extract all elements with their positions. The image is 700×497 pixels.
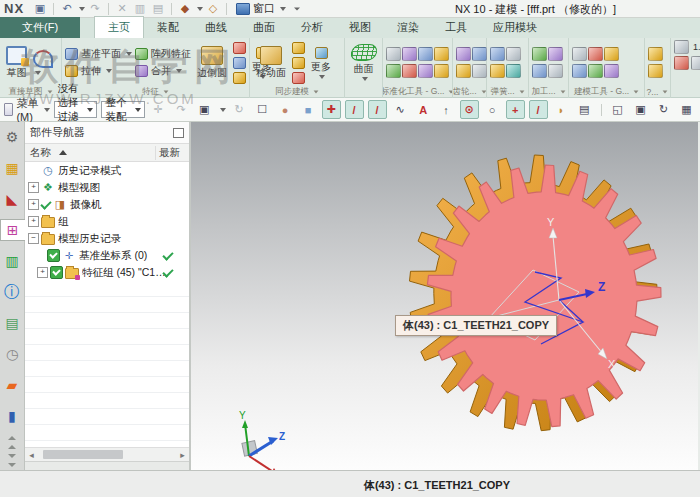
std-tool-icon-3[interactable] (418, 47, 433, 61)
window-menu-button[interactable]: 窗口 (232, 1, 290, 16)
system-clock-icon[interactable]: ◷ (1, 343, 24, 365)
tree-row-feature-group[interactable]: + 特征组 (45) "C1_fea... (25, 264, 189, 281)
sketch-curve-icon[interactable] (33, 50, 53, 68)
gear-tool-icon-2[interactable] (472, 47, 487, 61)
column-name[interactable]: 名称 (25, 146, 155, 160)
repeat-command-icon[interactable]: ◆ (177, 1, 193, 16)
scrollbar-track[interactable] (38, 449, 176, 460)
work-section-icon[interactable]: ↷ (172, 100, 191, 119)
undo-icon[interactable]: ↶ (59, 1, 75, 16)
existing-point-icon[interactable]: ○ (483, 100, 502, 119)
surface-button[interactable]: 曲面 (348, 43, 380, 82)
resource-bar-scroll[interactable] (8, 436, 16, 473)
cut-icon[interactable]: ✕ (114, 1, 130, 16)
graphics-window[interactable]: Y X Z Y Z X 体(43) : C1_TEETH21_COPY (191, 122, 698, 470)
marquee-select-icon[interactable]: ☐ (253, 100, 272, 119)
std-tool-icon-1[interactable] (386, 47, 401, 61)
sync-extra-icon-1[interactable] (292, 42, 305, 54)
move-face-button[interactable]: 移动面 (253, 45, 289, 81)
snap-menu-icon[interactable]: ▣ (195, 100, 214, 119)
feature-extra-icon-1[interactable] (233, 42, 246, 54)
column-latest[interactable]: 最新 (155, 146, 189, 160)
navigator-horizontal-scrollbar[interactable]: ◂ ▸ (25, 447, 189, 461)
sort-ascending-icon[interactable] (59, 150, 67, 155)
tree-row-groups[interactable]: + 组 (25, 213, 189, 230)
constraint-navigator-icon[interactable]: ◣ (1, 188, 24, 210)
modeling-tool-icon-1[interactable] (572, 47, 587, 61)
feature-extra-icon-3[interactable] (233, 72, 246, 84)
refresh-view-icon[interactable]: ↻ (654, 100, 673, 119)
modeling-tool-icon-2[interactable] (588, 47, 603, 61)
qat-customize-caret[interactable] (294, 7, 300, 10)
measure-flag-icon[interactable] (691, 56, 700, 70)
templates-icon[interactable]: ▮ (1, 405, 24, 427)
tab-render[interactable]: 渲染 (384, 17, 432, 38)
snap-point-icon[interactable]: ✚ (322, 100, 341, 119)
tree-row-history-mode[interactable]: ◷ 历史记录模式 (25, 162, 189, 179)
expander-icon[interactable]: − (28, 233, 39, 244)
visual-reports-icon[interactable]: ▰ (1, 374, 24, 396)
tab-file[interactable]: 文件(F) (0, 17, 80, 38)
measure-distance-icon[interactable] (674, 40, 689, 54)
std-tool-icon-7[interactable] (418, 64, 433, 78)
sync-more-button[interactable]: 更多 (308, 46, 334, 80)
machining-tool-icon-3[interactable] (532, 64, 547, 78)
scroll-down-icon[interactable] (8, 463, 16, 467)
intersection-point-icon[interactable]: A (414, 100, 433, 119)
tree-row-datum-csys[interactable]: ✛ 基准坐标系 (0) (25, 247, 189, 264)
tab-application[interactable]: 应用模块 (480, 17, 550, 38)
machining-tool-icon-4[interactable] (548, 64, 563, 78)
gear-tool-icon-3[interactable] (456, 64, 471, 78)
hd3d-tools-icon[interactable]: ⓘ (1, 281, 24, 303)
undock-icon[interactable] (173, 128, 184, 138)
tab-tools[interactable]: 工具 (432, 17, 480, 38)
expander-icon[interactable]: + (28, 216, 39, 227)
modeling-tool-icon-6[interactable] (604, 64, 619, 78)
std-tool-icon-4[interactable] (434, 47, 449, 61)
snap-menu-caret[interactable] (220, 108, 226, 112)
display-dialog-icon[interactable]: ▣ (631, 100, 650, 119)
part-navigator-icon[interactable]: ⊞ (0, 219, 25, 241)
checkbox-checked-icon[interactable] (50, 266, 63, 279)
end-point-icon[interactable]: / (345, 100, 364, 119)
save-icon[interactable]: ▣ (32, 1, 48, 16)
menu-button[interactable]: 菜单(M) (4, 96, 50, 123)
sync-extra-icon-3[interactable] (292, 72, 305, 84)
sketch-curve-caret[interactable] (35, 71, 41, 75)
datum-plane-button[interactable]: 基准平面 (65, 47, 132, 61)
scroll-up-icon[interactable] (8, 436, 16, 440)
tab-view[interactable]: 视图 (336, 17, 384, 38)
orient-view-icon[interactable]: ↻ (230, 100, 249, 119)
group-caret[interactable] (47, 90, 52, 93)
scroll-up-icon[interactable] (8, 445, 16, 449)
tab-assemblies[interactable]: 装配 (144, 17, 192, 38)
point-on-surface-icon[interactable]: ◗ (552, 100, 571, 119)
grid-display-icon[interactable]: ▦ (677, 100, 696, 119)
reuse-library-icon[interactable]: ▥ (1, 250, 24, 272)
tab-analysis[interactable]: 分析 (288, 17, 336, 38)
measure-angle-icon[interactable] (674, 56, 689, 70)
edge-blend-button[interactable]: 边倒圆 (194, 45, 230, 81)
modeling-tool-icon-4[interactable] (572, 64, 587, 78)
mid-point-icon[interactable]: / (368, 100, 387, 119)
modeling-tool-icon-3[interactable] (604, 47, 619, 61)
gear-model[interactable]: Y X Z Y Z X (191, 122, 698, 470)
scrollbar-thumb[interactable] (43, 450, 123, 459)
extrude-button[interactable]: 拉伸 (65, 64, 132, 78)
machining-tool-icon-2[interactable] (548, 47, 563, 61)
point-on-curve-icon[interactable]: / (529, 100, 548, 119)
sketch-button[interactable]: 草图 (3, 45, 30, 81)
gear-tool-icon-1[interactable] (456, 47, 471, 61)
machining-tool-icon-1[interactable] (532, 47, 547, 61)
expander-icon[interactable]: + (37, 267, 48, 278)
history-palette-icon[interactable]: ▤ (1, 312, 24, 334)
tab-curve[interactable]: 曲线 (192, 17, 240, 38)
tree-row-model-views[interactable]: + ❖ 模型视图 (25, 179, 189, 196)
selection-filter-dropdown[interactable]: 没有选择过滤器 (54, 101, 98, 118)
solid-body-icon[interactable]: ■ (299, 100, 318, 119)
touch-mode-icon[interactable]: ◇ (205, 1, 221, 16)
spring-tool-icon-2[interactable] (506, 47, 521, 61)
tab-home[interactable]: 主页 (94, 16, 144, 38)
roles-icon[interactable]: ⚙ (1, 126, 24, 148)
curve-point-icon[interactable]: ∿ (391, 100, 410, 119)
